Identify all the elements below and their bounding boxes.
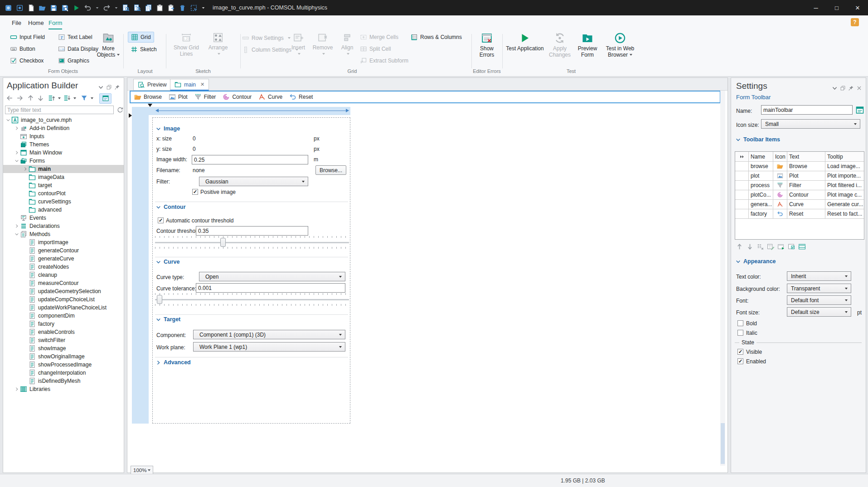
tree-node-updategeometryselection[interactable]: updateGeometrySelection — [3, 287, 124, 295]
close-button[interactable]: ✕ — [847, 0, 868, 15]
slider-handle[interactable] — [157, 295, 162, 304]
table-edit-icon[interactable] — [767, 243, 775, 251]
tree-node-importimage[interactable]: importImage — [3, 238, 124, 246]
panel-float-icon[interactable] — [840, 85, 846, 91]
model-manager-icon[interactable] — [16, 4, 24, 12]
slider-handle[interactable] — [220, 238, 226, 247]
sketch-mode-button[interactable]: Sketch — [131, 44, 157, 54]
tab-home[interactable]: Home — [28, 17, 44, 29]
form-toolbar-item-curve[interactable]: Curve — [258, 93, 282, 101]
maximize-button[interactable]: □ — [826, 0, 847, 15]
form-toolbar-item-contour[interactable]: Contour — [223, 93, 252, 101]
tree-node-main[interactable]: main — [3, 165, 124, 173]
auto-threshold-checkbox[interactable]: ✓ — [158, 217, 164, 223]
refresh-icon[interactable] — [116, 106, 124, 113]
move-down-icon[interactable] — [746, 243, 754, 251]
tab-main[interactable]: main ✕ — [170, 79, 209, 91]
save-icon[interactable] — [50, 4, 58, 12]
column-header-tooltip[interactable]: Tooltip — [825, 152, 864, 162]
table-play-icon[interactable] — [777, 243, 785, 251]
doc-search2-icon[interactable] — [133, 4, 141, 12]
table-rows-icon[interactable] — [798, 243, 806, 251]
scrollbar-thumb[interactable] — [721, 423, 725, 464]
tree-node-showoriginalimage[interactable]: showOriginalImage — [3, 352, 124, 361]
table-row-reset[interactable]: factoryResetReset to fact... — [735, 209, 864, 219]
chevron-right-icon[interactable] — [14, 386, 19, 392]
form-toolbar-object[interactable]: BrowsePlotFilterContourCurveReset — [130, 91, 721, 103]
tree-node-showprocessedimage[interactable]: showProcessedImage — [3, 361, 124, 369]
table-row-filter[interactable]: processFilterPlot filtered i... — [735, 181, 864, 190]
preview-form-button[interactable]: Preview Form — [574, 32, 601, 58]
toolbar-name-input[interactable] — [761, 105, 853, 115]
italic-checkbox[interactable] — [737, 330, 743, 336]
icon-size-combobox[interactable]: Small — [761, 119, 860, 129]
section-image[interactable]: Image — [156, 125, 180, 132]
tree-node-imagedata[interactable]: imageData — [3, 173, 124, 181]
text-color-combobox[interactable]: Inherit — [787, 271, 851, 281]
grid-row-band[interactable] — [132, 115, 149, 424]
tree-node-isdefinedbymesh[interactable]: isDefinedByMesh — [3, 377, 124, 385]
vertical-scrollbar[interactable] — [720, 91, 725, 466]
table-row-curve[interactable]: genera...CurveGenerate cur... — [735, 200, 864, 209]
bold-checkbox[interactable] — [737, 320, 743, 326]
panel-menu-icon[interactable] — [98, 84, 104, 90]
section-curve[interactable]: Curve — [156, 259, 179, 265]
section-appearance[interactable]: Appearance — [736, 258, 776, 265]
table-row-contour[interactable]: plotCo...ContourPlot image c... — [735, 190, 864, 200]
tree-node-measurecontour[interactable]: measureContour — [3, 279, 124, 287]
tree-node-image-to-curve-mph[interactable]: Aimage_to_curve.mph — [3, 116, 124, 124]
move-up-icon[interactable] — [27, 94, 34, 102]
panel-pin-icon[interactable] — [848, 85, 854, 91]
go-to-node-button[interactable] — [99, 93, 112, 104]
tree-node-inputs[interactable]: Inputs — [3, 132, 124, 140]
caret-white-icon[interactable] — [201, 6, 205, 10]
nav-back-icon[interactable] — [6, 94, 14, 102]
test-in-web-browser-button[interactable]: Test in Web Browser — [600, 32, 640, 58]
visible-checkbox[interactable]: ✓ — [737, 349, 743, 355]
tree-node-componentdim[interactable]: componentDim — [3, 312, 124, 320]
tree-node-contourplot[interactable]: contourPlot — [3, 189, 124, 198]
zoom-control[interactable]: 100% — [131, 466, 153, 474]
table-row-plot[interactable]: plotPlotPlot importe... — [735, 171, 864, 181]
new-file-icon[interactable] — [27, 4, 35, 12]
chevron-right-icon[interactable] — [14, 223, 19, 229]
tab-file[interactable]: File — [12, 17, 21, 29]
test-application-button[interactable]: Test Application — [506, 32, 544, 52]
tree-node-events[interactable]: Events — [3, 214, 124, 222]
background-color-combobox[interactable]: Transparent — [787, 284, 851, 293]
caret-sm-icon[interactable] — [95, 6, 99, 10]
tab-preview[interactable]: Preview — [133, 79, 171, 91]
tree-node-add-in-definition[interactable]: Add-in Definition — [3, 124, 124, 132]
font-combobox[interactable]: Default font — [787, 295, 851, 305]
form-toolbar-item-filter[interactable]: Filter — [194, 93, 216, 101]
open-file-icon[interactable] — [39, 4, 46, 12]
column-header-icon[interactable]: Icon — [773, 152, 787, 162]
tree-node-target[interactable]: target — [3, 181, 124, 189]
tree-node-createnodes[interactable]: createNodes — [3, 263, 124, 271]
chevron-down-icon[interactable] — [5, 117, 11, 123]
table-row-browse[interactable]: browseBrowseLoad image... — [735, 162, 864, 171]
grid-column-band[interactable] — [132, 107, 350, 115]
more-objects-button[interactable]: More Objects — [95, 32, 121, 58]
paste-fwd-icon[interactable] — [167, 4, 175, 12]
tree-node-factory[interactable]: factory — [3, 320, 124, 328]
tree-node-showimage[interactable]: showImage — [3, 344, 124, 352]
component-combobox[interactable]: Component 1 (comp1) (3D) — [193, 330, 345, 339]
grid-mode-button[interactable]: Grid — [128, 32, 154, 43]
font-size-combobox[interactable]: Default size — [787, 307, 851, 317]
tree-node-switchfilter[interactable]: switchFilter — [3, 336, 124, 344]
panel-pin-icon[interactable] — [114, 84, 120, 90]
help-button[interactable]: ? — [851, 18, 859, 26]
section-advanced[interactable]: Advanced — [156, 359, 191, 366]
chevron-down-icon[interactable] — [14, 158, 19, 164]
comsol-logo-icon[interactable] — [5, 4, 12, 12]
text-label-button[interactable]: TText Label — [58, 32, 92, 42]
tree-node-enablecontrols[interactable]: enableControls — [3, 328, 124, 336]
tree-node-curvesettings[interactable]: curveSettings — [3, 198, 124, 206]
tree-node-libraries[interactable]: Libraries — [3, 385, 124, 393]
form-toolbar-item-browse[interactable]: Browse — [134, 93, 162, 101]
chevron-down-icon[interactable] — [14, 231, 19, 237]
contour-threshold-input[interactable] — [196, 226, 308, 236]
panel-close-icon[interactable] — [856, 85, 862, 91]
filter-icon[interactable] — [80, 94, 88, 102]
